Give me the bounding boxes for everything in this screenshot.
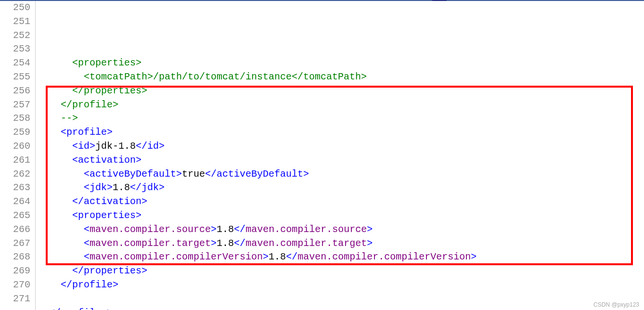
code-token-tag: </ (286, 251, 297, 262)
line-number: 259 (0, 126, 30, 140)
line-number: 257 (0, 98, 30, 112)
code-token-tag: </activation> (72, 196, 147, 207)
code-token-tag: > (211, 224, 217, 235)
code-token-tag: > (263, 251, 269, 262)
line-number: 254 (0, 56, 30, 70)
code-token-tag: </profile> (61, 279, 118, 290)
code-token-tag: <profile> (61, 127, 113, 138)
line-number: 255 (0, 70, 30, 84)
code-line[interactable]: <profile> (38, 126, 644, 140)
line-number: 270 (0, 278, 30, 292)
code-token-tag: > (211, 238, 217, 249)
code-token-text: 1.8 (217, 224, 234, 235)
line-number: 252 (0, 29, 30, 43)
code-line[interactable]: </properties> (38, 264, 644, 278)
code-token-comment: </properties> (72, 85, 147, 96)
code-token-tag: <properties> (72, 210, 142, 221)
code-token-tag: < (84, 238, 90, 249)
code-line[interactable]: <jdk>1.8</jdk> (38, 181, 644, 195)
line-number: 260 (0, 140, 30, 154)
code-token-text: 1.8 (113, 182, 130, 193)
code-token-attr: maven.compiler.source (245, 224, 367, 235)
line-number: 251 (0, 15, 30, 29)
code-token-tag: <id> (72, 141, 95, 152)
code-token-tag: <activeByDefault> (84, 168, 182, 180)
code-line[interactable]: <activeByDefault>true</activeByDefault> (38, 168, 644, 181)
code-line[interactable]: <properties> (38, 56, 644, 70)
code-editor: 2502512522532542552562572582592602612622… (0, 0, 644, 310)
line-number: 265 (0, 209, 30, 223)
line-number: 267 (0, 237, 30, 251)
code-line[interactable]: <tomcatPath>/path/to/tomcat/instance</to… (38, 70, 644, 84)
code-line[interactable]: <activation> (38, 154, 644, 168)
line-number: 271 (0, 292, 30, 306)
line-number: 261 (0, 154, 30, 168)
code-line[interactable]: </profile> (38, 98, 644, 112)
code-token-text: jdk-1.8 (95, 141, 136, 152)
code-token-comment: </profile> (61, 99, 118, 110)
code-token-text: 1.8 (269, 251, 286, 262)
code-line[interactable]: <maven.compiler.target>1.8</maven.compil… (38, 237, 644, 251)
code-token-tag: <jdk> (84, 182, 113, 193)
code-token-tag: </jdk> (130, 182, 165, 193)
code-line[interactable]: </profiles> (38, 306, 644, 310)
code-token-tag: < (84, 251, 90, 262)
code-line[interactable]: <properties> (38, 209, 644, 223)
line-number: 268 (0, 250, 30, 264)
code-line[interactable] (38, 292, 644, 306)
code-content-area[interactable]: <properties> <tomcatPath>/path/to/tomcat… (36, 1, 644, 310)
code-token-attr: maven.compiler.compilerVersion (297, 251, 471, 262)
code-token-attr: maven.compiler.compilerVersion (90, 251, 263, 262)
code-token-tag: </ (234, 224, 245, 235)
code-line[interactable]: <maven.compiler.source>1.8</maven.compil… (38, 223, 644, 237)
code-line[interactable]: </properties> (38, 84, 644, 98)
code-token-tag: </ (234, 238, 245, 249)
code-token-tag: </properties> (72, 265, 147, 276)
code-line[interactable]: --> (38, 112, 644, 126)
line-number: 258 (0, 112, 30, 126)
line-number: 264 (0, 195, 30, 209)
code-line[interactable]: </activation> (38, 195, 644, 209)
code-token-text: 1.8 (217, 238, 234, 249)
watermark-label: CSDN @pxyp123 (593, 301, 639, 308)
code-token-tag: </id> (136, 141, 165, 152)
code-token-tag: > (367, 238, 373, 249)
code-token-tag: > (367, 224, 373, 235)
code-line[interactable]: <maven.compiler.compilerVersion>1.8</mav… (38, 250, 644, 264)
code-token-tag: > (471, 251, 477, 262)
code-token-tag: </profiles> (49, 307, 113, 310)
code-token-tag: </activeByDefault> (205, 168, 309, 180)
line-number: 262 (0, 168, 30, 181)
code-line[interactable] (38, 42, 644, 56)
line-number: 253 (0, 42, 30, 56)
code-token-text: true (182, 168, 205, 180)
line-number: 263 (0, 181, 30, 195)
code-token-comment: <tomcatPath>/path/to/tomcat/instance</to… (84, 71, 367, 82)
code-token-attr: maven.compiler.target (90, 238, 211, 249)
code-token-tag: <activation> (72, 155, 142, 166)
line-number-gutter: 2502512522532542552562572582592602612622… (0, 1, 36, 310)
code-token-tag: < (84, 224, 90, 235)
line-number: 250 (0, 1, 30, 15)
line-number: 266 (0, 223, 30, 237)
code-token-attr: maven.compiler.source (90, 224, 211, 235)
code-line[interactable]: </profile> (38, 278, 644, 292)
code-token-attr: maven.compiler.target (245, 238, 367, 249)
line-number: 269 (0, 264, 30, 278)
line-number: 256 (0, 84, 30, 98)
code-token-comment: <properties> (72, 57, 142, 68)
code-token-comment: --> (61, 113, 78, 124)
code-line[interactable]: <id>jdk-1.8</id> (38, 140, 644, 154)
